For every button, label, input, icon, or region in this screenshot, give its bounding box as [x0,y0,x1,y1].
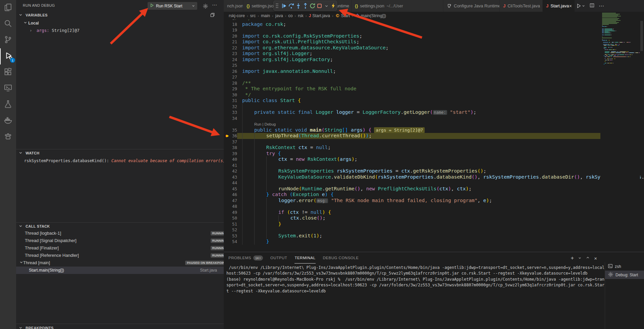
code-editor[interactable]: 17 */18package co.rsk;1920import co.rsk.… [224,0,644,252]
activity-item-docker[interactable] [0,113,16,129]
code-line-33[interactable]: 33private static final Logger logger = L… [224,109,644,115]
code-line-30[interactable]: 30 */ [224,92,644,98]
minimap[interactable] [600,12,640,252]
editor-tab-start-java[interactable]: JStart.java× [543,0,575,12]
panel-tab-problems[interactable]: PROBLEMS1K+ [228,252,263,264]
close-panel-icon[interactable]: × [594,255,597,261]
breadcrumb-item[interactable]: src [250,13,256,18]
code-line-49[interactable]: 49if (ctx != null) { [224,209,644,216]
activity-item-source-control[interactable] [0,32,16,48]
maximize-panel-icon[interactable] [586,255,590,261]
code-line-26[interactable]: 26import javax.annotation.Nonnull; [224,68,644,75]
code-line-22[interactable]: 22import org.ethereum.datasource.KeyValu… [224,45,644,51]
panel-tab-terminal[interactable]: TERMINAL [294,252,315,264]
code-line-34[interactable]: 34 [224,115,644,122]
step-out-icon[interactable] [302,3,309,9]
breadcrumb-item[interactable]: rskj-core [229,13,245,18]
code-line-42[interactable]: 42RskSystemProperties rskSystemPropertie… [224,168,644,174]
hot-code-replace-icon[interactable] [330,3,337,9]
stack-frame-row[interactable]: Start.main(String[]) Start.java 36:1 [16,267,236,274]
code-line-21[interactable]: 21import co.rsk.util.PreflightChecksUtil… [224,39,644,45]
restore-sections-icon[interactable] [210,12,215,17]
code-line-38[interactable]: 38RskContext ctx = null; [224,145,644,151]
activity-item-search[interactable] [0,16,16,32]
editor-tab-settings-json[interactable]: {}settings.json~/.../User [352,0,443,12]
breadcrumb-item[interactable]: co [288,13,292,18]
code-line-36[interactable]: 36setUpThread(Thread.currentThread()); [224,133,644,139]
code-line-23[interactable]: 23import org.slf4j.Logger; [224,51,644,57]
new-terminal-icon[interactable]: + [571,255,574,262]
code-line-51[interactable]: 51} [224,221,644,227]
activity-item-run-debug[interactable]: 1 [0,48,17,64]
code-line-29[interactable]: 29 * The entrypoint for the RSK full nod… [224,86,644,92]
code-line-37[interactable]: 37 [224,139,644,145]
code-line-44[interactable]: 44 [224,180,644,186]
call-stack-section-header[interactable]: CALL STACK [16,222,224,228]
code-line-35[interactable]: 35public static void main(String[] args)… [224,127,644,133]
code-line-41[interactable]: 41 [224,162,644,169]
chevron-down-icon[interactable] [578,255,582,261]
breadcrumb-item[interactable]: java [275,13,283,18]
code-line-54[interactable]: 54} [224,239,644,245]
code-line-25[interactable]: 25 [224,62,644,68]
breadcrumb[interactable]: rskj-core›src›main›java›co›rsk›JStart.ja… [224,12,600,19]
code-line-32[interactable]: 32 [224,104,644,110]
code-line-40[interactable]: 40ctx = new RskContext(args); [224,156,644,162]
code-line-43[interactable]: 43KeyValueDataSource.validateDbKind(rskS… [224,174,644,180]
codelens-row[interactable]: Run | Debug [224,121,644,127]
thread-row[interactable]: Thread [Signal Dispatcher]RUNNING [16,237,232,244]
step-into-icon[interactable] [295,3,302,9]
code-line-45[interactable]: 45runNode(Runtime.getRuntime(), new Pref… [224,186,644,192]
variables-scope-local[interactable]: Local [16,19,231,27]
code-line-31[interactable]: 31public class Start { [224,98,644,104]
activity-item-explorer[interactable] [0,0,16,16]
restart-icon[interactable] [309,3,316,9]
code-line-27[interactable]: 27 [224,74,644,80]
editor-tab-configure-java-runtime[interactable]: Configure Java Runtime [443,0,500,12]
code-line-47[interactable]: 47logger.error(msg: "The RSK node main t… [224,198,644,204]
editor-tab-clitoolstest-java[interactable]: JCliToolsTest.java [500,0,543,12]
activity-item-extensions[interactable] [0,64,16,81]
thread-row[interactable]: Thread [Reference Handler]RUNNING [16,252,232,259]
variables-section-header[interactable]: VARIABLES [16,13,224,17]
more-actions-icon[interactable]: ⋯ [599,3,604,9]
code-line-48[interactable]: 48 [224,203,644,209]
code-line-19[interactable]: 19 [224,27,644,33]
variable-args[interactable]: › args: String[2]@7 [16,27,237,34]
gear-icon[interactable] [203,3,208,9]
terminal-item-debug[interactable]: Debug: Start [605,271,644,279]
editor-tab-nch-json[interactable]: nch.json [224,0,243,12]
stop-icon[interactable] [316,3,323,9]
code-line-46[interactable]: 46} catch (Exception e) { [224,192,644,198]
code-line-20[interactable]: 20import co.rsk.config.RskSystemProperti… [224,33,644,39]
thread-row[interactable]: Thread [Finalizer]RUNNING [16,244,232,252]
watch-section-header[interactable]: WATCH [16,149,224,155]
code-line-28[interactable]: 28/** [224,80,644,86]
panel-tab-output[interactable]: OUTPUT [270,252,287,264]
codelens-run-debug[interactable]: Run | Debug [254,122,276,126]
run-config-dropdown[interactable]: Run RSK Start [148,2,197,10]
activity-item-remote-explorer[interactable] [0,81,16,97]
terminal-output[interactable]: /usr/bin/env /Library/Internet\ Plug-Ins… [226,265,605,294]
breadcrumb-item[interactable]: JStart.java [309,13,330,18]
breadcrumb-item[interactable]: Start [335,13,350,18]
run-play-icon[interactable] [150,3,154,9]
step-over-icon[interactable] [288,3,294,9]
editor-scrollbar[interactable] [640,21,643,51]
code-line-18[interactable]: 18package co.rsk; [224,21,644,28]
code-line-52[interactable]: 52 [224,227,644,233]
breadcrumb-item[interactable]: rsk [298,13,304,18]
thread-row[interactable]: Thread [logback-1]RUNNING [16,230,232,237]
activity-item-testing[interactable] [0,97,16,113]
code-line-39[interactable]: 39try { [224,151,644,157]
thread-row[interactable]: Thread [main]PAUSED ON BREAKPOINT [16,259,232,267]
split-editor-icon[interactable] [589,3,595,9]
watch-expression[interactable]: rskSystemProperties.databaseKind(): Cann… [16,157,232,164]
code-line-50[interactable]: 50ctx.close(); [224,215,644,221]
continue-icon[interactable] [281,3,287,9]
code-line-53[interactable]: 53System.exit(1); [224,233,644,239]
chevron-down-icon[interactable] [323,3,330,9]
close-icon[interactable]: × [569,3,572,9]
chevron-down-icon[interactable] [192,3,195,9]
more-actions-icon[interactable]: ⋯ [212,2,217,8]
